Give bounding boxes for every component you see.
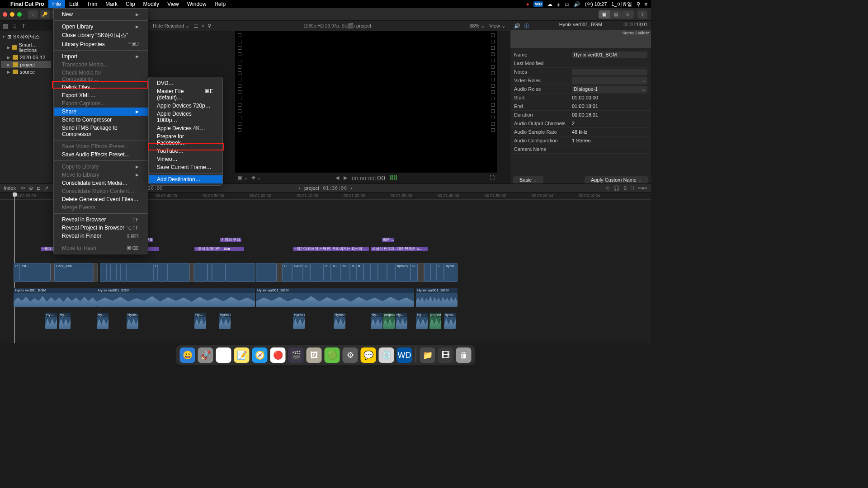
menu-file[interactable]: File (48, 0, 65, 8)
inspector-metadata-view[interactable]: Basic (513, 176, 543, 184)
video-clip[interactable]: Gold (292, 263, 303, 282)
nav-left-icon[interactable]: ‹ (299, 185, 301, 191)
file-export-xml[interactable]: Export XML… (54, 91, 148, 99)
file-share[interactable]: Share▶ (54, 108, 148, 116)
title-clip[interactable]: 때한… (382, 238, 394, 242)
dock-app-icon[interactable]: 🚀 (198, 347, 213, 363)
file-close-library[interactable]: Close Library "SK하이닉스" (54, 31, 148, 40)
video-clip[interactable]: C… (410, 263, 418, 282)
audio-clip[interactable]: Hynix ver001_BGM (97, 288, 255, 307)
sfx-clip[interactable]: Hy… (416, 313, 428, 329)
toolbar-keyword-icon[interactable]: 🔑 (40, 10, 50, 19)
library-event-source[interactable]: ▶source (1, 68, 51, 75)
dock-app-icon[interactable]: 🖼 (307, 347, 322, 363)
sfx-clip[interactable]: project Clip (383, 313, 395, 329)
file-import[interactable]: Import▶ (54, 52, 148, 61)
video-clip[interactable]: I (437, 263, 444, 282)
video-clip[interactable] (212, 263, 226, 282)
file-new[interactable]: New▶ (54, 10, 148, 19)
video-clip[interactable]: hi… (341, 263, 350, 282)
file-send-compressor[interactable]: Send to Compressor (54, 116, 148, 124)
library-root[interactable]: ▼⊞SK하이닉스 (1, 33, 51, 41)
sfx-clip[interactable]: Hy… (194, 313, 206, 329)
video-clip[interactable] (208, 263, 212, 282)
sfx-clip[interactable]: Hynix v… (293, 313, 305, 329)
status-clock[interactable]: (수) 10:27 (585, 1, 607, 8)
video-clip[interactable] (310, 263, 324, 282)
file-relink[interactable]: Relink Files… (54, 83, 148, 91)
audio-clip[interactable]: Hynix ver001_BGM (256, 288, 414, 307)
library-smart[interactable]: ▶Smart…llections (1, 41, 51, 54)
toolbar-share-icon[interactable]: ⇪ (637, 10, 647, 19)
inspector-info-icon[interactable]: ⓘ (524, 23, 529, 29)
nav-right-icon[interactable]: › (350, 185, 352, 191)
dock-app-icon[interactable]: 📁 (420, 347, 435, 363)
share-4k[interactable]: Apple Devices 4K… (149, 124, 222, 132)
video-clip[interactable] (121, 263, 126, 282)
title-clip[interactable]: 우리에게는 최선의… (331, 247, 369, 251)
video-clip[interactable] (387, 263, 395, 282)
sfx-clip[interactable]: Hy… (45, 313, 57, 329)
share-youtube[interactable]: YouTube… (149, 147, 222, 155)
title-clip[interactable]: 지금의 우리… (220, 238, 241, 242)
play-icon[interactable]: ▶ (344, 175, 347, 181)
video-clip[interactable]: P… (14, 263, 20, 282)
status-user[interactable]: 1_이효열 (611, 1, 632, 8)
share-save-frame[interactable]: Save Current Frame… (149, 163, 222, 171)
video-clip[interactable] (424, 263, 430, 282)
trim-icon[interactable]: ✄ (21, 185, 25, 191)
sfx-clip[interactable]: hynix… (444, 313, 456, 329)
inspector-audio-icon[interactable]: 🔊 (514, 23, 520, 29)
share-add-destination[interactable]: Add Destination… (149, 175, 222, 183)
video-clip[interactable] (106, 263, 111, 282)
sfx-clip[interactable]: project Clip (429, 313, 441, 329)
video-clip[interactable] (371, 263, 378, 282)
video-clip[interactable] (256, 263, 277, 282)
library-event-1[interactable]: ▶2020-06-12 (1, 54, 51, 61)
share-vimeo[interactable]: Vimeo… (149, 155, 222, 163)
video-clip[interactable] (418, 263, 424, 282)
status-search-icon[interactable]: ⚲ (637, 1, 640, 7)
video-clip[interactable] (93, 263, 98, 282)
title-clip[interactable]: 대한민국은 S… (396, 247, 428, 251)
video-clip[interactable] (168, 263, 189, 282)
file-library-properties[interactable]: Library Properties⌃⌘J (54, 40, 148, 48)
video-clip[interactable] (430, 263, 437, 282)
sfx-clip[interactable]: Hy… (396, 313, 407, 329)
menu-clip[interactable]: Clip (122, 0, 139, 8)
file-open-library[interactable]: Open Library▶ (54, 23, 148, 31)
menu-help[interactable]: Help (210, 0, 230, 8)
title-clip[interactable]: ~꿈이 없었다면 - Blur (194, 247, 244, 251)
sfx-clip[interactable]: Hy… (371, 313, 382, 329)
dock-app-icon[interactable]: 🎬 (288, 347, 304, 363)
file-send-itms[interactable]: Send iTMS Package to Compressor (54, 124, 148, 138)
file-delete-generated[interactable]: Delete Generated Event Files… (54, 195, 148, 203)
video-clip[interactable] (126, 263, 153, 282)
tab-libraries-icon[interactable]: ▦ (3, 23, 8, 29)
video-clip[interactable]: Park_Kim (54, 263, 93, 282)
dock-app-icon[interactable]: ⚙ (343, 347, 358, 363)
share-dvd[interactable]: DVD… (149, 79, 222, 87)
window-traffic-lights[interactable] (3, 12, 22, 17)
viewer-color-icon[interactable]: ▣ ⌄ (238, 175, 248, 181)
file-save-afx[interactable]: Save Audio Effects Preset… (54, 150, 148, 159)
skimming-icon[interactable]: ⊂ (606, 185, 610, 191)
sfx-clip[interactable]: Hy… (97, 313, 108, 329)
dock-app-icon[interactable]: 😀 (180, 347, 195, 363)
file-reveal-finder[interactable]: Reveal in Finder⇧⌘R (54, 232, 148, 240)
video-clip[interactable] (194, 263, 208, 282)
menu-trim[interactable]: Trim (83, 0, 102, 8)
menu-modify[interactable]: Modify (139, 0, 163, 8)
video-clip[interactable]: H (282, 263, 292, 282)
fullscreen-icon[interactable]: ⛶ (490, 175, 495, 180)
video-clip[interactable]: h… (350, 263, 356, 282)
dock-app-icon[interactable]: 🗑 (456, 347, 472, 363)
tab-titles-icon[interactable]: T (22, 23, 25, 29)
menu-view[interactable]: View (163, 0, 183, 8)
dock-app-icon[interactable]: 📝 (234, 347, 250, 363)
snap-icon[interactable]: ⊓ (630, 185, 634, 191)
video-clip[interactable]: H… (153, 263, 158, 282)
dock-app-icon[interactable]: 💿 (379, 347, 394, 363)
view-menu[interactable]: View ⌄ (489, 23, 505, 29)
sfx-clip[interactable]: Hynix… (127, 313, 138, 329)
